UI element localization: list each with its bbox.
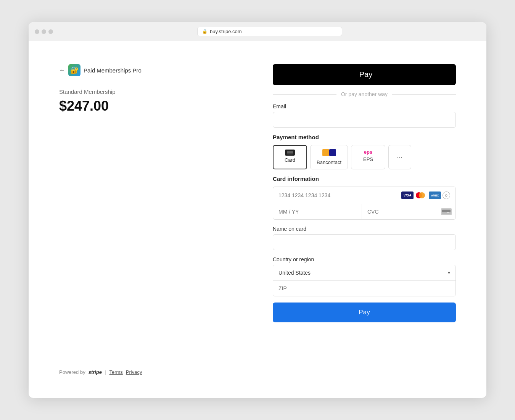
mastercard-logo (415, 191, 427, 199)
privacy-link[interactable]: Privacy (126, 369, 142, 375)
address-bar: 🔒 buy.stripe.com (59, 27, 480, 36)
diners-logo: D (443, 191, 450, 199)
bancontact-icon (322, 149, 336, 158)
country-region-wrapper: United States ▾ (273, 265, 456, 296)
name-on-card-input[interactable] (273, 234, 456, 250)
eps-icon: eps (364, 149, 372, 155)
country-region-group: Country or region United States ▾ (273, 256, 456, 296)
apple-pay-button[interactable]: Pay (273, 64, 456, 85)
zip-input[interactable] (273, 281, 455, 296)
powered-by-text: Powered by (59, 369, 85, 375)
terms-link[interactable]: Terms (109, 369, 122, 375)
cvc-row (362, 204, 455, 219)
browser-dots (35, 29, 53, 34)
svg-rect-6 (447, 212, 449, 213)
divider-line-right (392, 94, 456, 95)
cvc-input[interactable] (362, 204, 439, 219)
card-label: Card (285, 157, 295, 163)
browser-window: 🔒 buy.stripe.com ← 🔐 Paid Memberships Pr… (29, 22, 486, 398)
svg-rect-5 (442, 210, 451, 212)
card-number-input[interactable] (278, 192, 398, 198)
svg-rect-3 (329, 149, 336, 156)
visa-logo: VISA (401, 191, 414, 199)
right-panel: Pay Or pay another way Email Payment met… (273, 64, 456, 375)
email-input[interactable] (273, 112, 456, 128)
dot-yellow (42, 29, 46, 34)
card-logos: VISA AMEX D (401, 191, 450, 199)
payment-method-section: Payment method Card (273, 134, 456, 169)
card-info-section: Card information VISA AMEX D (273, 175, 456, 220)
more-icon: ··· (397, 153, 403, 161)
email-group: Email (273, 103, 456, 128)
payment-methods: Card Bancontact ep (273, 145, 456, 169)
footer-left: Powered by stripe | Terms Privacy (59, 217, 242, 375)
product-name: Standard Membership (59, 89, 242, 95)
payment-method-title: Payment method (273, 134, 456, 140)
card-info-title: Card information (273, 175, 456, 182)
name-on-card-label: Name on card (273, 226, 456, 232)
expiry-input[interactable] (273, 204, 362, 219)
payment-method-card[interactable]: Card (273, 145, 307, 169)
pay-button[interactable]: Pay (273, 303, 456, 322)
url-text: buy.stripe.com (210, 29, 242, 34)
bancontact-label: Bancontact (317, 159, 341, 165)
apple-pay-label: Pay (359, 70, 372, 79)
country-region-label: Country or region (273, 256, 456, 262)
email-label: Email (273, 103, 456, 109)
card-icon (285, 150, 295, 156)
divider: Or pay another way (273, 91, 456, 97)
divider-line-left (273, 94, 336, 95)
card-bottom-row (273, 204, 455, 219)
cvc-icon (441, 208, 452, 215)
back-link[interactable]: ← 🔐 Paid Memberships Pro (59, 64, 242, 76)
payment-method-bancontact[interactable]: Bancontact (310, 145, 348, 169)
payment-method-eps[interactable]: eps EPS (351, 145, 385, 169)
footer-divider: | (105, 369, 106, 375)
page-content: ← 🔐 Paid Memberships Pro Standard Member… (29, 41, 486, 398)
address-bar-inner: 🔒 buy.stripe.com (197, 27, 342, 36)
country-select-row[interactable]: United States ▾ (273, 265, 455, 281)
stripe-logo: stripe (89, 369, 102, 375)
zip-row (273, 281, 455, 296)
country-value: United States (278, 270, 450, 276)
amex-logo: AMEX (429, 191, 441, 199)
svg-rect-1 (287, 151, 293, 153)
merchant-name: Paid Memberships Pro (84, 67, 142, 74)
card-number-row: VISA AMEX D (273, 187, 455, 204)
dot-red (35, 29, 39, 34)
card-info-wrapper: VISA AMEX D (273, 187, 456, 220)
pay-button-label: Pay (359, 309, 370, 316)
merchant-logo: 🔐 (68, 64, 80, 76)
browser-chrome: 🔒 buy.stripe.com (29, 22, 486, 41)
divider-text: Or pay another way (341, 91, 388, 97)
eps-label: EPS (363, 156, 373, 162)
svg-rect-2 (322, 149, 329, 156)
left-panel: ← 🔐 Paid Memberships Pro Standard Member… (59, 64, 242, 375)
payment-method-more[interactable]: ··· (388, 145, 411, 169)
product-price: $247.00 (59, 98, 242, 114)
dot-green (48, 29, 53, 34)
name-on-card-group: Name on card (273, 226, 456, 250)
back-arrow-icon: ← (59, 67, 65, 74)
lock-icon: 🔒 (202, 29, 208, 34)
